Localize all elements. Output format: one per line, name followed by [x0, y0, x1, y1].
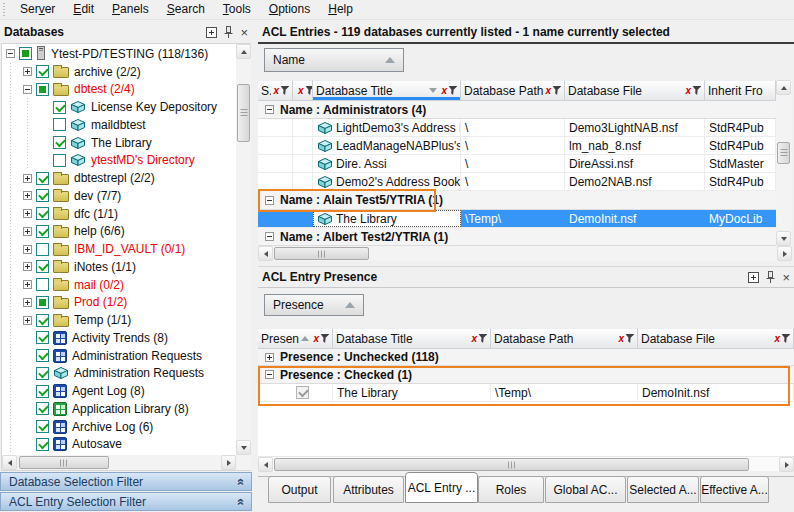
column-header-presence[interactable]: Presencex [258, 328, 333, 349]
pin-icon[interactable] [766, 271, 775, 284]
expand-plus-icon[interactable] [23, 262, 32, 271]
scroll-thumb[interactable] [274, 247, 369, 260]
database-title-cell[interactable]: Demo2's Address Book [313, 173, 461, 190]
scroll-up-arrow[interactable] [776, 80, 791, 95]
column-header-database-file[interactable]: Database Filex [565, 80, 705, 101]
column-header-database-path[interactable]: Database Pathx [461, 80, 565, 101]
filter-icon[interactable]: x [618, 334, 634, 343]
tree-checkbox[interactable] [36, 385, 49, 398]
cell[interactable]: DemoInit.nsf [565, 210, 705, 227]
column-header-s-[interactable]: S..x [258, 80, 293, 101]
cell[interactable]: \Temp\ [491, 384, 638, 401]
cell[interactable]: StdR4Pub [705, 137, 776, 154]
cell[interactable]: The Library [333, 384, 491, 401]
scroll-right-arrow[interactable] [777, 246, 792, 261]
group-header-row[interactable]: Name : Alain Test5/YTRIA (1) [258, 191, 776, 210]
group-by-presence-dropdown[interactable]: Presence [264, 294, 364, 316]
database-title-cell[interactable]: LightDemo3's Address Bo... [313, 119, 461, 136]
collapse-minus-icon[interactable] [265, 232, 274, 241]
tree-item[interactable]: dev (7/7) [2, 187, 235, 205]
tree-item[interactable]: IBM_ID_VAULT (0/1) [2, 240, 235, 258]
expand-panel-icon[interactable] [748, 272, 759, 283]
tree-item[interactable]: Temp (1/1) [2, 311, 235, 329]
column-header-database-path[interactable]: Database Pathx [491, 328, 638, 349]
tree-checkbox[interactable] [36, 83, 49, 96]
expand-plus-icon[interactable] [265, 353, 274, 362]
filter-icon[interactable]: x [298, 86, 313, 95]
cell[interactable]: StdR4Pub [705, 173, 776, 190]
cell[interactable] [258, 155, 293, 172]
tree-item[interactable]: Prod (1/2) [2, 294, 235, 312]
cell[interactable] [293, 210, 313, 227]
cell[interactable]: StdR4Pub [705, 119, 776, 136]
tree-checkbox[interactable] [36, 402, 49, 415]
group-header-row[interactable]: Presence : Unchecked (118) [258, 349, 794, 366]
tree-item[interactable]: dfc (1/1) [2, 205, 235, 223]
tab-selected-a[interactable]: Selected A... [627, 476, 699, 503]
cell[interactable] [258, 119, 293, 136]
tree-checkbox[interactable] [36, 438, 49, 451]
tab-acl-entry[interactable]: ACL Entry ... [405, 472, 478, 503]
cell[interactable]: lm_nab_8.nsf [565, 137, 705, 154]
tree-checkbox[interactable] [36, 65, 49, 78]
menu-item-help[interactable]: Help [319, 0, 362, 18]
expand-plus-icon[interactable] [23, 316, 32, 325]
expand-plus-icon[interactable] [23, 280, 32, 289]
tree-item[interactable]: iNotes (1/1) [2, 258, 235, 276]
expand-plus-icon[interactable] [23, 174, 32, 183]
cell[interactable] [293, 119, 313, 136]
expand-panel-icon[interactable] [206, 27, 217, 38]
group-header-row[interactable]: Presence : Checked (1) [258, 366, 794, 384]
column-header-inherit-fro[interactable]: Inherit Fro [705, 80, 776, 101]
tree-checkbox[interactable] [36, 172, 49, 185]
cell[interactable]: DireAssi.nsf [565, 155, 705, 172]
collapse-chevron-icon[interactable]: » [234, 478, 244, 485]
expand-plus-icon[interactable] [23, 245, 32, 254]
expand-plus-icon[interactable] [23, 298, 32, 307]
column-header-database-file[interactable]: Database Filex [638, 328, 794, 349]
tree-item[interactable]: archive (2/2) [2, 63, 235, 81]
collapse-minus-icon[interactable] [265, 370, 274, 379]
acl-entry-row[interactable]: LeadManageNABPlus's A...\lm_nab_8.nsfStd… [258, 137, 776, 155]
tree-checkbox[interactable] [53, 136, 66, 149]
tree-horizontal-scrollbar[interactable] [2, 455, 251, 470]
pin-icon[interactable] [224, 26, 233, 39]
tab-roles[interactable]: Roles [478, 476, 544, 503]
tree-checkbox[interactable] [36, 260, 49, 273]
cell[interactable]: \ [461, 119, 565, 136]
acl-entry-row[interactable]: Demo2's Address Book\Demo2NAB.nsfStdR4Pu… [258, 173, 776, 191]
column-header-database-title[interactable]: Database Titlex [313, 80, 461, 101]
collapse-chevron-icon[interactable]: » [234, 498, 244, 505]
expand-plus-icon[interactable] [23, 191, 32, 200]
tree-item[interactable]: License Key Depository [2, 98, 235, 116]
filter-icon[interactable]: x [471, 334, 487, 343]
acl-entry-selection-filter-bar[interactable]: ACL Entry Selection Filter » [0, 492, 252, 511]
group-by-name-dropdown[interactable]: Name [264, 48, 404, 72]
database-title-cell[interactable]: Dire. Assi [313, 155, 461, 172]
toolbar-grip-icon[interactable] [3, 3, 5, 17]
scroll-thumb[interactable] [19, 456, 109, 469]
cell[interactable]: MyDocLib [705, 210, 776, 227]
tree-checkbox[interactable] [36, 367, 49, 380]
tree-item[interactable]: Autosave [2, 436, 235, 454]
cell[interactable]: \ [461, 137, 565, 154]
tree-item[interactable]: Archive Log (6) [2, 418, 235, 436]
tree-checkbox[interactable] [36, 207, 49, 220]
presence-cell[interactable] [258, 384, 333, 401]
tab-global-ac[interactable]: Global AC... [545, 476, 626, 503]
tree-item[interactable]: Activity Trends (8) [2, 329, 235, 347]
filter-icon[interactable]: x [545, 86, 561, 95]
tree-item[interactable]: Ytest-PD/TESTING (118/136) [2, 45, 235, 63]
acl-entry-row[interactable]: Dire. Assi\DireAssi.nsfStdMaster [258, 155, 776, 173]
database-selection-filter-bar[interactable]: Database Selection Filter » [0, 472, 252, 491]
scroll-up-arrow[interactable] [236, 44, 251, 59]
tree-item[interactable]: Application Library (8) [2, 400, 235, 418]
column-header-database-title[interactable]: Database Titlex [333, 328, 491, 349]
expand-plus-icon[interactable] [23, 209, 32, 218]
tree-item[interactable]: mail (0/2) [2, 276, 235, 294]
expand-plus-icon[interactable] [23, 67, 32, 76]
cell[interactable] [293, 137, 313, 154]
menu-item-panels[interactable]: Panels [103, 0, 158, 18]
filter-icon[interactable]: x [685, 86, 701, 95]
tree-checkbox[interactable] [36, 331, 49, 344]
